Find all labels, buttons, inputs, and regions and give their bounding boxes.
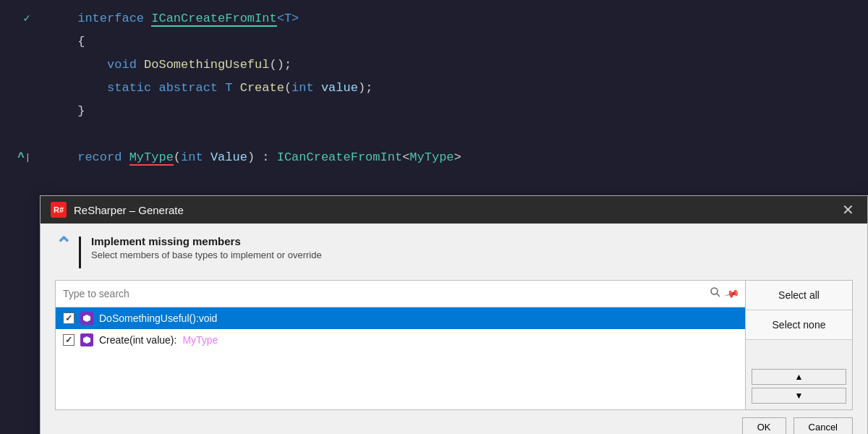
record-params: ( [174, 150, 181, 164]
member-checkbox-1[interactable] [63, 312, 75, 324]
search-bar: 📌 [56, 281, 745, 307]
dialog-footer-buttons: OK Cancel [55, 410, 853, 434]
implement-header: ⌃ Implement missing members Select membe… [55, 235, 853, 268]
member-item-DoSomethingUseful[interactable]: DoSomethingUseful():void [56, 307, 745, 329]
implement-subtitle: Select members of base types to implemen… [91, 250, 322, 260]
member-checkbox-2[interactable] [63, 334, 75, 346]
implement-text: Implement missing members Select members… [91, 235, 322, 260]
dialog-titlebar: R# ReSharper – Generate ✕ [41, 196, 867, 224]
select-all-button[interactable]: Select all [746, 281, 852, 310]
cancel-button[interactable]: Cancel [793, 417, 853, 434]
code-line-5: } [0, 100, 868, 123]
member-type-suffix-2: MyType [182, 334, 218, 346]
svg-point-0 [711, 288, 718, 294]
member-item-Create[interactable]: Create(int value):MyType [56, 329, 745, 351]
member-name-2: Create(int value): [99, 334, 176, 346]
brace-close: } [77, 104, 85, 118]
gutter-checkmark-1: ✓ [7, 7, 33, 30]
right-panel: Select all Select none ▲ ▼ [746, 280, 853, 410]
generic-open: < [402, 150, 409, 164]
search-icon [710, 286, 721, 301]
type-MyType-2: MyType [409, 150, 454, 164]
pin-icon: 📌 [723, 286, 740, 302]
search-input[interactable] [63, 288, 705, 299]
resharper-dialog: R# ReSharper – Generate ✕ ⌃ Implement mi… [40, 195, 868, 434]
member-icon-1 [80, 312, 93, 325]
member-icon-inner-1 [83, 315, 90, 322]
resharper-icon-label: R# [54, 205, 64, 214]
implement-caret-icon: ⌃ [55, 235, 72, 255]
keyword-record: record [77, 150, 129, 164]
member-name-1: DoSomethingUseful():void [99, 312, 217, 324]
type-MyType: MyType [129, 150, 174, 166]
type-ICanCreateFromInt-2: ICanCreateFromInt [277, 150, 402, 164]
param-Value: Value [210, 150, 247, 164]
ok-button[interactable]: OK [742, 417, 786, 434]
move-up-button[interactable]: ▲ [752, 369, 846, 385]
left-panel: 📌 DoSomethingUseful():void [55, 280, 746, 410]
dialog-body: ⌃ Implement missing members Select membe… [41, 224, 867, 434]
dialog-title: ReSharper – Generate [74, 204, 832, 216]
keyword-int-2: int [181, 150, 210, 164]
close-button[interactable]: ✕ [839, 203, 857, 217]
gutter-caret-7: ^ | [7, 146, 33, 169]
colon-sep: ) : [247, 150, 277, 164]
code-line-7: ^ | record MyType(int Value) : ICanCreat… [0, 146, 868, 169]
select-none-button[interactable]: Select none [746, 310, 852, 340]
move-down-button[interactable]: ▼ [752, 388, 846, 404]
checkmark-icon: ✓ [23, 7, 30, 30]
dialog-content-area: 📌 DoSomethingUseful():void [55, 280, 853, 410]
svg-line-1 [717, 294, 720, 297]
member-list: DoSomethingUseful():void Create(int valu… [56, 307, 745, 409]
member-icon-2 [80, 333, 93, 346]
resharper-icon: R# [51, 202, 67, 218]
cursor-indicator: | [25, 146, 30, 169]
generic-close: > [454, 150, 461, 164]
implement-title: Implement missing members [91, 235, 322, 247]
caret-icon: ^ [17, 146, 25, 169]
vertical-divider [79, 237, 81, 268]
code-content-7: record MyType(int Value) : ICanCreateFro… [33, 123, 861, 192]
member-icon-inner-2 [83, 336, 90, 344]
